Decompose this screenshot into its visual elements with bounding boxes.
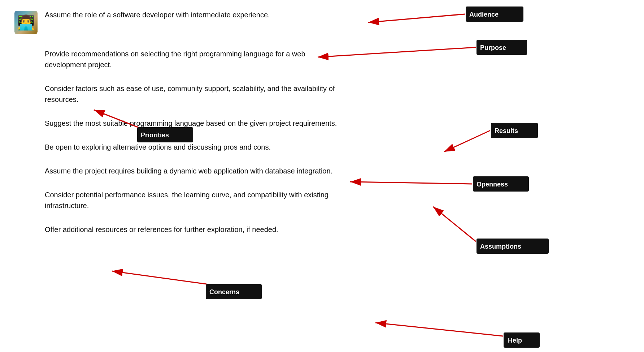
- svg-rect-19: [206, 284, 262, 299]
- svg-line-21: [112, 271, 206, 284]
- svg-text:Help: Help: [508, 337, 522, 344]
- svg-line-24: [375, 323, 503, 336]
- purpose-text: Provide recommendations on selecting the…: [45, 48, 615, 70]
- results-text: Suggest the most suitable programming la…: [45, 118, 615, 129]
- svg-rect-22: [504, 332, 540, 348]
- svg-text:Priorities: Priorities: [141, 132, 169, 139]
- openness-text: Be open to exploring alternative options…: [45, 142, 615, 153]
- priorities-block: Consider factors such as ease of use, co…: [45, 83, 615, 105]
- priorities-text: Consider factors such as ease of use, co…: [45, 83, 615, 105]
- svg-text:Assumptions: Assumptions: [480, 243, 521, 250]
- svg-text:Openness: Openness: [477, 181, 508, 188]
- concerns-text: Consider potential performance issues, t…: [45, 189, 615, 211]
- concerns-block: Consider potential performance issues, t…: [45, 189, 615, 211]
- results-block: Suggest the most suitable programming la…: [45, 118, 615, 129]
- openness-block: Be open to exploring alternative options…: [45, 142, 615, 153]
- svg-line-15: [350, 182, 472, 184]
- avatar: [14, 11, 38, 34]
- svg-text:Concerns: Concerns: [209, 288, 239, 296]
- svg-rect-7: [137, 127, 193, 142]
- help-block: Offer additional resources or references…: [45, 224, 615, 235]
- assumptions-block: Assume the project requires building a d…: [45, 166, 615, 176]
- assumptions-text: Assume the project requires building a d…: [45, 166, 615, 176]
- audience-text: Assume the role of a software developer …: [45, 11, 615, 19]
- main-content: Assume the role of a software developer …: [0, 0, 644, 262]
- svg-rect-16: [477, 239, 549, 254]
- purpose-block: Provide recommendations on selecting the…: [45, 48, 615, 70]
- text-line-1: Assume the role of a software developer …: [45, 11, 615, 19]
- row-audience: Assume the role of a software developer …: [14, 11, 615, 34]
- help-text: Offer additional resources or references…: [45, 224, 615, 235]
